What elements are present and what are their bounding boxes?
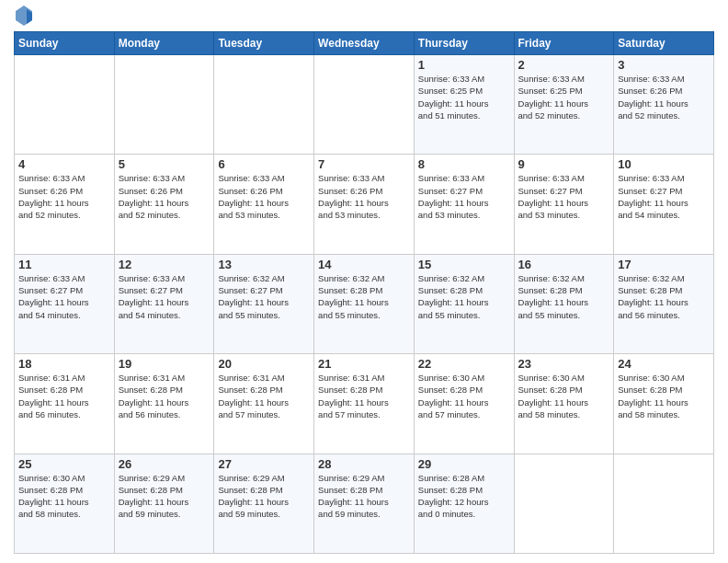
day-number: 10: [618, 157, 710, 171]
day-info: Sunrise: 6:29 AMSunset: 6:28 PMDaylight:…: [318, 472, 410, 521]
calendar-cell: 10Sunrise: 6:33 AMSunset: 6:27 PMDayligh…: [614, 155, 714, 254]
day-number: 3: [618, 58, 710, 72]
day-info: Sunrise: 6:33 AMSunset: 6:27 PMDaylight:…: [618, 172, 710, 221]
day-number: 12: [119, 258, 210, 271]
day-info: Sunrise: 6:32 AMSunset: 6:28 PMDaylight:…: [418, 272, 510, 321]
day-info: Sunrise: 6:31 AMSunset: 6:28 PMDaylight:…: [119, 372, 210, 420]
day-number: 21: [318, 357, 410, 371]
day-info: Sunrise: 6:33 AMSunset: 6:26 PMDaylight:…: [218, 172, 310, 221]
day-number: 8: [418, 157, 510, 171]
calendar-week-row: 11Sunrise: 6:33 AMSunset: 6:27 PMDayligh…: [15, 254, 714, 353]
calendar-cell: 11Sunrise: 6:33 AMSunset: 6:27 PMDayligh…: [15, 254, 115, 353]
day-number: 29: [418, 457, 510, 471]
day-info: Sunrise: 6:30 AMSunset: 6:28 PMDaylight:…: [618, 372, 710, 420]
day-number: 14: [318, 258, 410, 271]
day-info: Sunrise: 6:31 AMSunset: 6:28 PMDaylight:…: [18, 372, 110, 420]
day-header: Friday: [514, 32, 614, 55]
day-number: 18: [18, 357, 110, 371]
calendar-cell: 7Sunrise: 6:33 AMSunset: 6:26 PMDaylight…: [314, 155, 415, 254]
day-number: 2: [518, 58, 610, 72]
calendar-cell: 21Sunrise: 6:31 AMSunset: 6:28 PMDayligh…: [314, 354, 415, 454]
day-info: Sunrise: 6:33 AMSunset: 6:26 PMDaylight:…: [18, 172, 110, 221]
day-header: Tuesday: [214, 32, 314, 55]
calendar-body: 1Sunrise: 6:33 AMSunset: 6:25 PMDaylight…: [15, 55, 714, 554]
calendar-week-row: 18Sunrise: 6:31 AMSunset: 6:28 PMDayligh…: [15, 354, 714, 454]
day-info: Sunrise: 6:32 AMSunset: 6:28 PMDaylight:…: [518, 272, 610, 321]
day-number: 26: [119, 457, 210, 471]
day-info: Sunrise: 6:33 AMSunset: 6:25 PMDaylight:…: [518, 73, 610, 121]
day-info: Sunrise: 6:33 AMSunset: 6:26 PMDaylight:…: [318, 172, 410, 221]
day-info: Sunrise: 6:29 AMSunset: 6:28 PMDaylight:…: [119, 472, 210, 521]
calendar-cell: 24Sunrise: 6:30 AMSunset: 6:28 PMDayligh…: [614, 354, 714, 454]
calendar-cell: 27Sunrise: 6:29 AMSunset: 6:28 PMDayligh…: [214, 454, 314, 553]
day-number: 6: [218, 157, 310, 171]
day-info: Sunrise: 6:33 AMSunset: 6:27 PMDaylight:…: [518, 172, 610, 221]
calendar-cell: 5Sunrise: 6:33 AMSunset: 6:26 PMDaylight…: [114, 155, 214, 254]
calendar-cell: 25Sunrise: 6:30 AMSunset: 6:28 PMDayligh…: [15, 454, 115, 553]
calendar-cell: 8Sunrise: 6:33 AMSunset: 6:27 PMDaylight…: [414, 155, 514, 254]
calendar-cell: 22Sunrise: 6:30 AMSunset: 6:28 PMDayligh…: [414, 354, 514, 454]
calendar-cell: 29Sunrise: 6:28 AMSunset: 6:28 PMDayligh…: [414, 454, 514, 553]
calendar-week-row: 1Sunrise: 6:33 AMSunset: 6:25 PMDaylight…: [15, 55, 714, 155]
calendar-cell: 12Sunrise: 6:33 AMSunset: 6:27 PMDayligh…: [114, 254, 214, 353]
day-info: Sunrise: 6:33 AMSunset: 6:26 PMDaylight:…: [119, 172, 210, 221]
day-info: Sunrise: 6:33 AMSunset: 6:27 PMDaylight:…: [18, 272, 110, 321]
page: SundayMondayTuesdayWednesdayThursdayFrid…: [0, 0, 728, 563]
day-info: Sunrise: 6:33 AMSunset: 6:27 PMDaylight:…: [119, 272, 210, 321]
day-number: 19: [119, 357, 210, 371]
calendar-cell: 1Sunrise: 6:33 AMSunset: 6:25 PMDaylight…: [414, 55, 514, 155]
day-number: 16: [518, 258, 610, 271]
day-number: 7: [318, 157, 410, 171]
day-info: Sunrise: 6:33 AMSunset: 6:26 PMDaylight:…: [618, 73, 710, 121]
day-info: Sunrise: 6:31 AMSunset: 6:28 PMDaylight:…: [218, 372, 310, 420]
calendar-cell: 17Sunrise: 6:32 AMSunset: 6:28 PMDayligh…: [614, 254, 714, 353]
day-number: 17: [618, 258, 710, 271]
calendar-cell: 18Sunrise: 6:31 AMSunset: 6:28 PMDayligh…: [15, 354, 115, 454]
calendar-cell: 4Sunrise: 6:33 AMSunset: 6:26 PMDaylight…: [15, 155, 115, 254]
calendar-cell: 23Sunrise: 6:30 AMSunset: 6:28 PMDayligh…: [514, 354, 614, 454]
calendar-cell: 3Sunrise: 6:33 AMSunset: 6:26 PMDaylight…: [614, 55, 714, 155]
day-number: 27: [218, 457, 310, 471]
day-number: 20: [218, 357, 310, 371]
calendar-cell: 15Sunrise: 6:32 AMSunset: 6:28 PMDayligh…: [414, 254, 514, 353]
day-info: Sunrise: 6:28 AMSunset: 6:28 PMDaylight:…: [418, 472, 510, 521]
logo: [14, 9, 32, 26]
calendar-cell: [15, 55, 115, 155]
day-info: Sunrise: 6:32 AMSunset: 6:28 PMDaylight:…: [318, 272, 410, 321]
day-number: 25: [18, 457, 110, 471]
calendar-cell: 6Sunrise: 6:33 AMSunset: 6:26 PMDaylight…: [214, 155, 314, 254]
calendar-cell: 19Sunrise: 6:31 AMSunset: 6:28 PMDayligh…: [114, 354, 214, 454]
calendar-cell: 14Sunrise: 6:32 AMSunset: 6:28 PMDayligh…: [314, 254, 415, 353]
day-info: Sunrise: 6:29 AMSunset: 6:28 PMDaylight:…: [218, 472, 310, 521]
calendar-cell: [114, 55, 214, 155]
day-number: 4: [18, 157, 110, 171]
day-info: Sunrise: 6:32 AMSunset: 6:27 PMDaylight:…: [218, 272, 310, 321]
calendar-cell: 9Sunrise: 6:33 AMSunset: 6:27 PMDaylight…: [514, 155, 614, 254]
calendar-week-row: 25Sunrise: 6:30 AMSunset: 6:28 PMDayligh…: [15, 454, 714, 553]
calendar: SundayMondayTuesdayWednesdayThursdayFrid…: [14, 31, 714, 554]
day-info: Sunrise: 6:30 AMSunset: 6:28 PMDaylight:…: [418, 372, 510, 420]
calendar-cell: 20Sunrise: 6:31 AMSunset: 6:28 PMDayligh…: [214, 354, 314, 454]
calendar-header-row: SundayMondayTuesdayWednesdayThursdayFrid…: [15, 32, 714, 55]
day-header: Wednesday: [314, 32, 415, 55]
day-number: 13: [218, 258, 310, 271]
day-info: Sunrise: 6:30 AMSunset: 6:28 PMDaylight:…: [18, 472, 110, 521]
calendar-cell: 26Sunrise: 6:29 AMSunset: 6:28 PMDayligh…: [114, 454, 214, 553]
day-number: 22: [418, 357, 510, 371]
day-header: Thursday: [414, 32, 514, 55]
day-header: Sunday: [15, 32, 115, 55]
calendar-cell: [614, 454, 714, 553]
day-number: 9: [518, 157, 610, 171]
day-header: Monday: [114, 32, 214, 55]
day-number: 28: [318, 457, 410, 471]
day-info: Sunrise: 6:33 AMSunset: 6:27 PMDaylight:…: [418, 172, 510, 221]
day-info: Sunrise: 6:33 AMSunset: 6:25 PMDaylight:…: [418, 73, 510, 121]
day-number: 15: [418, 258, 510, 271]
calendar-cell: 16Sunrise: 6:32 AMSunset: 6:28 PMDayligh…: [514, 254, 614, 353]
calendar-cell: [214, 55, 314, 155]
calendar-cell: [514, 454, 614, 553]
calendar-cell: [314, 55, 415, 155]
day-info: Sunrise: 6:31 AMSunset: 6:28 PMDaylight:…: [318, 372, 410, 420]
header: [14, 9, 714, 26]
day-info: Sunrise: 6:30 AMSunset: 6:28 PMDaylight:…: [518, 372, 610, 420]
